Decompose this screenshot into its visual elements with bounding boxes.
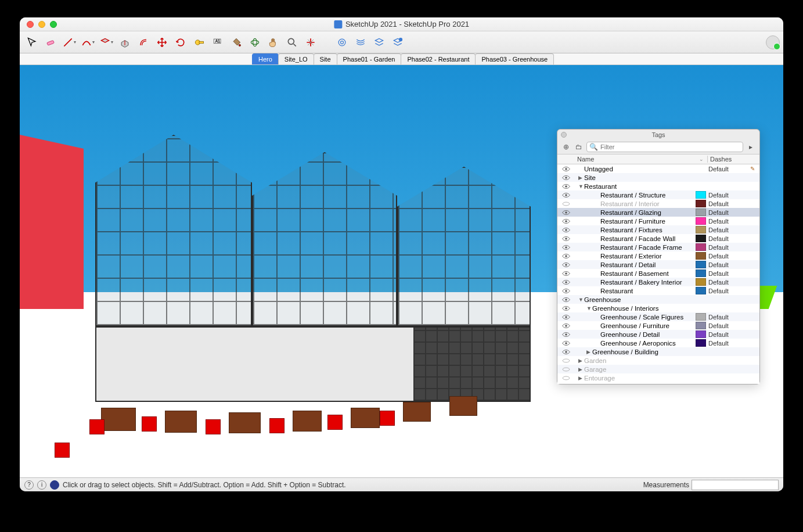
tags-panel-titlebar[interactable]: Tags [557,130,759,140]
dash-value[interactable]: Default [708,331,750,338]
scene-tab[interactable]: Phase03 - Greenhouse [475,53,554,64]
tag-row[interactable]: ▶Greenhouse / Building [557,347,759,356]
visibility-toggle[interactable] [557,184,575,189]
tag-name[interactable]: ▼Restaurant [575,183,696,190]
visibility-toggle[interactable] [557,253,575,259]
visibility-toggle[interactable] [557,366,575,372]
zoom-extents-tool[interactable] [302,34,319,51]
visibility-toggle[interactable] [557,358,575,364]
minimize-button[interactable] [38,21,45,28]
zoom-button[interactable] [50,21,57,28]
visibility-toggle[interactable] [557,175,575,181]
add-folder-button[interactable]: 🗀 [574,142,584,152]
color-swatch[interactable] [696,278,706,286]
extension-tool-4[interactable] [389,34,406,51]
expand-icon[interactable]: ▼ [578,184,584,189]
eraser-tool[interactable] [42,34,59,51]
scene-tab[interactable]: Hero [252,53,279,64]
scene-tab[interactable]: Phase01 - Garden [337,53,402,64]
tag-row[interactable]: ▶Entourage [557,373,759,382]
visibility-toggle[interactable] [557,262,575,268]
user-profile-button[interactable] [766,35,780,49]
dash-value[interactable]: Default [708,340,750,347]
tag-row[interactable]: Greenhouse / DetailDefault [557,330,759,339]
color-swatch[interactable] [696,235,706,242]
dash-value[interactable]: Default [708,235,750,242]
tag-row[interactable]: Restaurant / Bakery InteriorDefault [557,278,759,286]
extension-tool-2[interactable] [352,34,369,51]
color-swatch[interactable] [696,217,706,225]
expand-icon[interactable]: ▼ [578,297,584,303]
dash-value[interactable]: Default [708,279,750,286]
info-icon[interactable]: i [37,480,46,490]
visibility-toggle[interactable] [557,288,575,294]
tags-filter[interactable]: 🔍 [586,142,743,152]
pan-tool[interactable] [265,34,282,51]
tag-row[interactable]: RestaurantDefault [557,286,759,295]
add-tag-button[interactable]: ⊕ [561,142,571,152]
tag-name[interactable]: Restaurant / Facade Wall [575,235,696,242]
tag-name[interactable]: Restaurant / Interior [575,200,696,207]
tag-name[interactable]: Restaurant / Detail [575,261,696,268]
color-swatch[interactable] [696,252,706,260]
tag-name[interactable]: Greenhouse / Scale Figures [575,314,696,321]
tag-name[interactable]: ▶Garden [575,357,696,364]
scene-tab[interactable]: Site_LO [278,53,314,64]
tag-row[interactable]: Restaurant / InteriorDefault [557,199,759,208]
visibility-toggle[interactable] [557,305,575,311]
col-dashes[interactable]: Dashes [707,156,759,163]
tag-row[interactable]: Restaurant / FurnitureDefault [557,217,759,225]
visibility-toggle[interactable] [557,314,575,320]
color-swatch[interactable] [696,322,706,329]
tag-name[interactable]: ▶Site [575,174,696,181]
dash-value[interactable]: Default [708,209,750,216]
dash-value[interactable]: Default [708,218,750,225]
dash-value[interactable]: Default [708,270,750,277]
col-name[interactable]: Name⌄ [575,156,707,163]
tag-row[interactable]: Restaurant / GlazingDefault [557,208,759,217]
tag-row[interactable]: Restaurant / Facade WallDefault [557,234,759,243]
tag-name[interactable]: ▼Greenhouse / Interiors [575,305,696,312]
expand-icon[interactable]: ▶ [578,175,584,181]
orbit-tool[interactable] [246,34,264,51]
dash-value[interactable]: Default [708,227,750,233]
tag-name[interactable]: Untagged [575,166,696,172]
dash-value[interactable]: Default [708,244,750,251]
visibility-toggle[interactable] [557,375,575,381]
line-tool[interactable]: ▾ [60,34,78,51]
color-swatch[interactable] [696,339,706,347]
color-swatch[interactable] [696,226,706,233]
tags-list[interactable]: UntaggedDefault✎▶Site▼RestaurantRestaura… [557,164,759,384]
rectangle-tool[interactable]: ▾ [98,34,115,51]
expand-icon[interactable]: ▶ [578,375,584,381]
panel-close-button[interactable] [561,132,567,138]
edit-icon[interactable]: ✎ [750,166,759,172]
dash-value[interactable]: Default [708,200,750,207]
tag-row[interactable]: ▶Garage [557,365,759,373]
zoom-tool[interactable] [283,34,301,51]
tag-name[interactable]: ▶Garage [575,366,696,373]
expand-icon[interactable]: ▶ [586,349,592,355]
tag-row[interactable]: Restaurant / StructureDefault [557,190,759,199]
move-tool[interactable] [153,34,171,51]
visibility-toggle[interactable] [557,166,575,172]
color-swatch[interactable] [696,243,706,251]
tag-name[interactable]: Restaurant / Exterior [575,253,696,260]
dash-value[interactable]: Default [708,287,750,294]
extension-tool-3[interactable] [370,34,388,51]
tags-menu-button[interactable]: ▸ [746,142,756,152]
tape-measure-tool[interactable] [190,34,208,51]
tag-row[interactable]: Restaurant / Facade FrameDefault [557,243,759,251]
visibility-toggle[interactable] [557,245,575,250]
color-swatch[interactable] [696,200,706,207]
tag-row[interactable]: ▼Restaurant [557,182,759,190]
dash-value[interactable]: Default [708,166,750,172]
dash-value[interactable]: Default [708,192,750,199]
tag-row[interactable]: Restaurant / DetailDefault [557,260,759,269]
dash-value[interactable]: Default [708,314,750,321]
expand-icon[interactable]: ▶ [578,366,584,372]
expand-icon[interactable]: ▼ [586,305,592,311]
tag-name[interactable]: ▶Entourage [575,375,696,382]
scene-tab[interactable]: Phase02 - Restaurant [401,53,476,64]
color-swatch[interactable] [696,261,706,268]
